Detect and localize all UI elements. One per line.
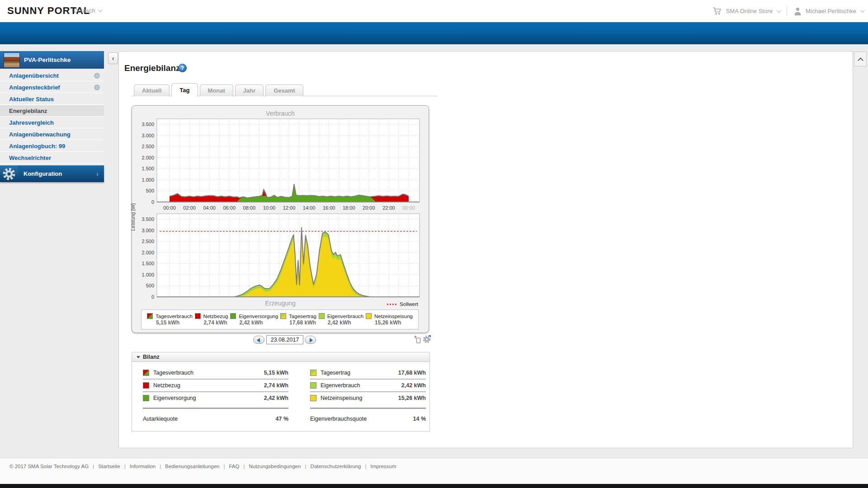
sidebar-item-7[interactable]: Anlagenlogbuch: 99 xyxy=(0,141,104,152)
chevron-up-icon xyxy=(858,57,863,63)
x-tick-label: 22:00 xyxy=(382,205,395,211)
y-tick-label: 1.500 xyxy=(142,261,154,266)
next-day-button[interactable] xyxy=(305,336,316,344)
topbar-divider xyxy=(787,6,787,16)
y-tick-label: 500 xyxy=(146,188,154,193)
legend-item: Netzeinspeisung15,26 kWh xyxy=(366,313,413,326)
footer-link-information[interactable]: Information xyxy=(130,464,156,469)
x-tick-label: 04:00 xyxy=(203,205,216,211)
x-tick-label: 10:00 xyxy=(263,205,276,211)
bilanz-row-label: Netzeinspeisung xyxy=(321,395,362,401)
export-icon[interactable] xyxy=(413,335,421,346)
x-tick-label: 14:00 xyxy=(303,205,316,211)
language-selector[interactable]: Deutsch xyxy=(74,7,101,14)
footer-link-faq[interactable]: FAQ xyxy=(229,464,239,469)
tab-gesamt[interactable]: Gesamt xyxy=(265,84,303,96)
bilanz-quote-row: Autarkiequote47 % xyxy=(143,413,288,425)
plant-photo xyxy=(4,52,20,68)
legend-item-top: Tagesverbrauch xyxy=(147,313,193,319)
sidebar-item-label: Jahresvergleich xyxy=(9,119,54,126)
chevron-right-icon: › xyxy=(96,170,99,178)
tab-jahr[interactable]: Jahr xyxy=(235,84,264,96)
x-tick-label: 00:00 xyxy=(402,205,415,211)
legend-label: Eigenverbrauch xyxy=(327,314,364,319)
bilanz-row-label: Tagesverbrauch xyxy=(153,370,193,376)
tab-aktuell[interactable]: Aktuell xyxy=(134,84,170,96)
bilanz-header[interactable]: Bilanz xyxy=(132,352,430,362)
footer-link-impressum[interactable]: Impressum xyxy=(370,464,396,469)
footer-link-startseite[interactable]: Startseite xyxy=(98,464,120,469)
x-tick-label: 20:00 xyxy=(363,205,375,211)
quote-divider xyxy=(143,408,288,409)
sidebar-item-2[interactable]: Anlagensteckbrief xyxy=(0,82,104,93)
legend-item-top: Tagesertrag xyxy=(280,313,316,319)
green-swatch-icon xyxy=(143,395,149,401)
footer: © 2017 SMA Solar Technology AG|Startseit… xyxy=(0,458,868,484)
bilanz-section: Bilanz Tagesverbrauch5,15 kWhNetzbezug2,… xyxy=(132,352,430,432)
y-tick-label: 3.500 xyxy=(142,216,154,222)
arrow-right-icon xyxy=(310,338,313,343)
sidebar-item-4[interactable]: Energiebilanz xyxy=(0,105,104,117)
legend-label: Netzeinspeisung xyxy=(374,314,413,319)
chart-settings-gear-icon[interactable] xyxy=(422,335,432,346)
scroll-top-button[interactable] xyxy=(854,52,867,66)
page-title: Energiebilanz xyxy=(124,63,180,73)
legend-item-top: Eigenverbrauch xyxy=(319,313,364,319)
tab-tag[interactable]: Tag xyxy=(171,83,198,96)
footer-link-nutzungsbedingungen[interactable]: Nutzungsbedingungen xyxy=(249,464,301,469)
y-tick-label: 2.000 xyxy=(142,155,154,160)
cart-icon xyxy=(712,7,722,15)
legend-value: 2,74 kWh xyxy=(204,319,228,326)
date-input[interactable] xyxy=(266,335,303,344)
legend-label: Eigenversorgung xyxy=(239,314,278,319)
sidebar-item-1[interactable]: Anlagenübersicht xyxy=(0,70,104,81)
help-icon[interactable]: ? xyxy=(178,64,187,72)
red-green-swatch-icon xyxy=(143,370,149,376)
sidebar-item-8[interactable]: Wechselrichter xyxy=(0,152,104,164)
legend-label: Tagesertrag xyxy=(289,314,316,319)
lightgreen-swatch-icon xyxy=(310,382,316,389)
konfiguration-label: Konfiguration xyxy=(24,170,62,177)
legend-item-top: Netzeinspeisung xyxy=(366,313,413,319)
footer-link-bedienungsanleitungen[interactable]: Bedienungsanleitungen xyxy=(165,464,219,469)
footer-links: © 2017 SMA Solar Technology AG|Startseit… xyxy=(9,464,396,469)
sidebar-item-konfiguration[interactable]: Konfiguration › xyxy=(0,165,104,182)
bilanz-row: Eigenverbrauch2,42 kWh xyxy=(310,380,426,391)
plant-name: PVA-Perlitschke xyxy=(24,56,71,63)
previous-day-button[interactable] xyxy=(253,336,264,344)
chart-legend: Tagesverbrauch5,15 kWhNetzbezug2,74 kWhE… xyxy=(141,310,419,329)
y-tick-label: 2.500 xyxy=(142,144,154,149)
legend-item: Tagesertrag17,68 kWh xyxy=(280,313,316,326)
sidebar-item-label: Anlagensteckbrief xyxy=(9,84,60,91)
collapse-sidebar-button[interactable]: ‹ xyxy=(108,52,118,64)
store-menu[interactable]: SMA Online Store xyxy=(726,8,773,14)
user-menu[interactable]: Michael Perlitschke xyxy=(806,8,856,14)
sidebar-item-6[interactable]: Anlagenüberwachung xyxy=(0,129,104,140)
footer-separator: | xyxy=(243,464,245,469)
legend-item-top: Netzbezug xyxy=(195,313,228,319)
bilanz-row: Tagesertrag17,68 kWh xyxy=(310,367,426,379)
energy-charts: 05001.0001.5002.0002.5003.0003.50005001.… xyxy=(132,105,429,333)
bilanz-row: Eigenversorgung2,42 kWh xyxy=(143,392,288,404)
copyright-text: © 2017 SMA Solar Technology AG xyxy=(9,464,89,469)
language-label: Deutsch xyxy=(74,7,95,14)
tab-monat[interactable]: Monat xyxy=(200,84,233,96)
collapse-triangle-icon xyxy=(137,356,140,358)
y-tick-label: 1.500 xyxy=(142,166,154,171)
yellow-swatch-icon xyxy=(366,313,372,319)
sidebar-item-3[interactable]: Aktueller Status xyxy=(0,94,104,105)
y-tick-label: 2.500 xyxy=(142,239,154,244)
x-tick-label: 08:00 xyxy=(243,205,256,211)
sollwert-dash-icon xyxy=(387,304,397,305)
footer-link-datenschutzerklärung[interactable]: Datenschutzerklärung xyxy=(311,464,361,469)
sidebar-item-label: Energiebilanz xyxy=(9,108,47,114)
lightgreen-swatch-icon xyxy=(319,313,325,319)
y-tick-label: 1.000 xyxy=(142,177,154,183)
plant-header[interactable]: PVA-Perlitschke xyxy=(0,51,104,69)
bilanz-row-value: 15,26 kWh xyxy=(398,395,426,401)
sunny-portal-app: SUNNY PORTAL Deutsch SMA Online Store Mi… xyxy=(0,0,868,488)
sidebar-item-5[interactable]: Jahresvergleich xyxy=(0,117,104,128)
sidebar-item-label: Wechselrichter xyxy=(9,155,51,161)
sidebar-item-label: Anlagenüberwachung xyxy=(9,131,71,138)
top-bar: SUNNY PORTAL Deutsch SMA Online Store Mi… xyxy=(0,0,868,22)
